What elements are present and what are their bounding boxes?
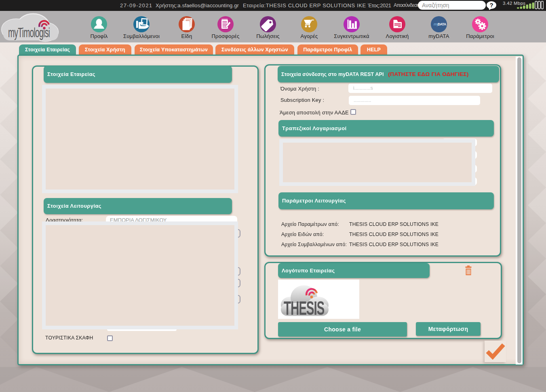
svg-text:THESIS: THESIS — [284, 297, 325, 319]
svg-text:DATA: DATA — [438, 22, 446, 26]
